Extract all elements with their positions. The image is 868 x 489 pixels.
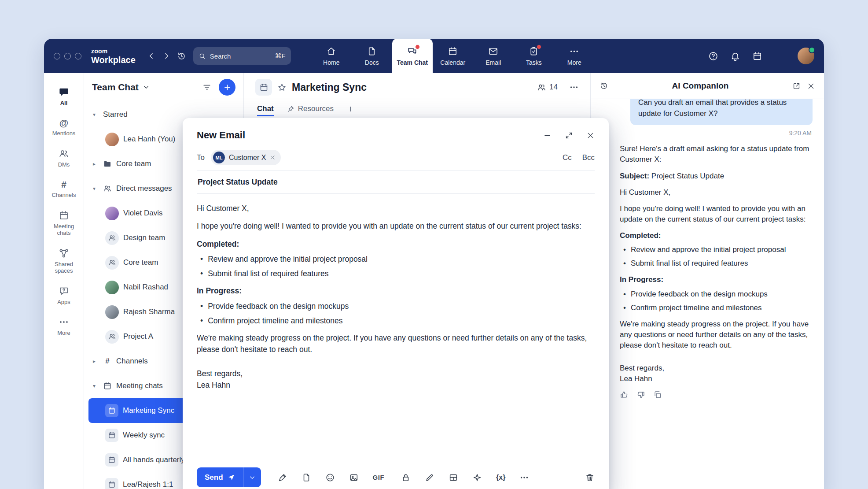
ai-companion-button[interactable] [774,50,786,62]
add-tab-button[interactable] [347,101,354,116]
home-icon [326,46,336,56]
edit-button[interactable] [425,473,434,482]
cc-button[interactable]: Cc [563,153,572,162]
user-avatar[interactable] [798,48,814,64]
star-icon[interactable] [277,83,287,92]
notifications-button[interactable] [730,51,740,61]
nav-more[interactable]: More [554,39,595,73]
rail-meeting-chats[interactable]: Meeting chats [44,204,84,242]
pin-icon [287,105,294,113]
email-body-editor[interactable]: Hi Customer X, I hope you're doing well!… [197,203,595,463]
template-button[interactable] [449,473,458,482]
more-options-button[interactable] [519,473,529,482]
page-title: Marketing Sync [292,82,367,93]
attach-file-button[interactable] [302,473,311,482]
new-chat-button[interactable] [219,79,235,96]
recipient-chip[interactable]: ML Customer X [211,150,281,165]
chat-filter-rail: All @ Mentions DMs # Channels Meeting ch… [44,73,84,489]
window-control-dot[interactable] [64,53,71,59]
window-control-dot[interactable] [54,53,60,59]
people-icon [537,83,546,92]
more-icon [59,317,69,327]
nav-email[interactable]: Email [473,39,514,73]
signature-button[interactable] [278,473,287,482]
chevron-down-icon [143,84,150,91]
folder-icon [103,159,112,168]
ai-history-button[interactable] [600,82,608,90]
recipients-row[interactable]: To ML Customer X Cc Bcc [197,150,595,171]
rail-dms[interactable]: DMs [44,143,84,174]
ai-assist-button[interactable] [472,473,482,482]
top-bar: zoom Workplace Search ⌘F Home Docs [44,39,824,73]
minimize-button[interactable] [543,131,552,140]
docs-icon [367,46,377,56]
rail-mentions[interactable]: @ Mentions [44,112,84,143]
rail-shared-spaces[interactable]: Shared spaces [44,242,84,280]
history-button[interactable] [177,52,186,61]
logo-zoom: zoom [91,48,136,54]
calendar-quick-button[interactable] [752,51,762,61]
search-placeholder: Search [210,52,271,60]
subject-field[interactable]: Project Status Update [197,171,595,194]
meeting-chat-icon [105,478,118,489]
close-panel-button[interactable] [807,82,815,90]
people-icon [103,184,112,193]
more-icon [569,46,579,56]
members-button[interactable]: 14 [537,83,558,92]
logo-workplace: Workplace [91,56,136,64]
app-window: zoom Workplace Search ⌘F Home Docs [44,39,824,489]
remove-recipient-button[interactable] [270,155,276,160]
team-avatar [105,256,119,270]
chevron-expanded-icon: ▾ [93,383,99,389]
rail-channels[interactable]: # Channels [44,174,84,204]
thumbs-up-button[interactable] [620,390,629,399]
nav-docs[interactable]: Docs [352,39,392,73]
nav-calendar[interactable]: Calendar [433,39,473,73]
tab-resources[interactable]: Resources [287,101,334,116]
close-button[interactable] [586,131,595,140]
send-icon [228,474,235,481]
team-avatar [105,231,119,245]
insert-image-button[interactable] [349,473,359,482]
bcc-button[interactable]: Bcc [582,153,595,162]
calendar-icon [448,46,458,56]
send-options-button[interactable] [243,467,261,487]
meeting-chat-icon [105,429,118,442]
open-in-window-button[interactable] [792,82,801,90]
window-control-dot[interactable] [75,53,81,59]
sidebar-title[interactable]: Team Chat [92,82,150,93]
nav-home[interactable]: Home [311,39,352,73]
send-button[interactable]: Send [197,467,243,487]
chevron-expanded-icon: ▾ [93,185,99,192]
copy-button[interactable] [653,390,662,399]
nav-team-chat[interactable]: Team Chat [392,39,433,73]
expand-button[interactable] [565,131,573,140]
ai-panel-title: AI Companion [614,81,786,91]
rail-more[interactable]: More [44,311,84,342]
channel-more-button[interactable] [569,82,579,92]
encrypt-button[interactable] [401,473,411,482]
presence-indicator [809,47,815,53]
window-controls[interactable] [54,53,81,59]
search-input[interactable]: Search ⌘F [193,47,291,65]
ai-response: Sure! Here's a draft email asking for a … [620,144,813,384]
discard-draft-button[interactable] [585,473,595,482]
rail-apps[interactable]: Apps [44,280,84,311]
nav-tasks[interactable]: Tasks [514,39,554,73]
rail-all[interactable]: All [44,81,84,112]
help-button[interactable] [708,51,718,61]
new-email-modal: New Email To ML Customer X Cc Bcc Projec… [183,118,609,489]
composer-toolbar: Send GIF {x} [197,467,595,487]
thumbs-down-button[interactable] [636,390,645,399]
filter-button[interactable] [202,82,212,92]
user-prompt-bubble: Can you draft an email that provides a s… [630,99,813,125]
hash-icon: # [103,357,112,366]
variables-button[interactable]: {x} [496,474,505,482]
avatar [105,281,119,294]
back-button[interactable] [147,52,156,60]
gif-button[interactable]: GIF [373,474,385,481]
tab-chat[interactable]: Chat [257,101,274,116]
forward-button[interactable] [162,52,171,60]
emoji-button[interactable] [325,473,335,482]
search-icon [199,52,206,60]
